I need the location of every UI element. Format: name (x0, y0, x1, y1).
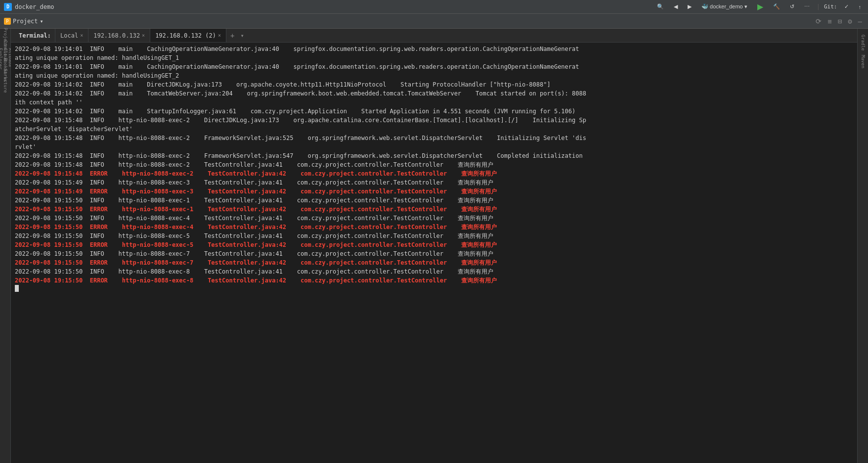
sync-icon[interactable]: ⟳ (814, 16, 824, 26)
project-name: docker_demo (710, 3, 743, 9)
log-line: 2022-09-08 19:15:48 ERROR http-nio-8088-… (15, 169, 853, 178)
project-text: Project (13, 18, 38, 25)
sidebar-item-structure[interactable]: Structure (1, 76, 10, 85)
log-line: ating unique operation named: handleUsin… (15, 53, 853, 62)
tab-local[interactable]: Local × (55, 29, 88, 42)
collapse-all-icon[interactable]: ≡ (825, 16, 833, 26)
git-update-btn[interactable]: ↑ (856, 3, 865, 11)
search-everywhere-btn[interactable]: 🔍 (654, 2, 667, 11)
add-tab-btn[interactable]: + (226, 32, 238, 40)
log-line: 2022-09-08 19:14:02 INFO main TomcatWebS… (15, 89, 853, 98)
more-actions-btn[interactable]: ⋯ (801, 2, 813, 11)
app-title: docker_demo (15, 3, 54, 10)
log-line: 2022-09-08 19:15:50 ERROR http-nio-8088-… (15, 205, 853, 214)
tab-192-2-label: 192.168.0.132 (2) (155, 32, 216, 39)
titlebar: D docker_demo 🔍 ◀ ▶ 🐳 docker_demo ▾ ▶ 🔨 … (0, 0, 868, 14)
right-sidebar-gradle[interactable]: Gradle (859, 33, 868, 53)
left-sidebar: Project Commit Alibaba Cloud Explorer Bo… (0, 29, 11, 463)
log-line: ating unique operation named: handleUsin… (15, 71, 853, 80)
log-line: 2022-09-08 19:14:02 INFO main StartupInf… (15, 107, 853, 116)
project-toolbar-icons: ⟳ ≡ ⊟ ⚙ — (814, 16, 864, 26)
tab-192-1-label: 192.168.0.132 (93, 32, 140, 39)
filter-icon[interactable]: ⊟ (836, 16, 844, 26)
tab-192-2-close-icon[interactable]: × (218, 33, 221, 38)
log-line: 2022-09-08 19:15:49 ERROR http-nio-8088-… (15, 187, 853, 196)
terminal-cursor (15, 285, 19, 292)
git-checkmark-btn[interactable]: ✓ (841, 2, 852, 11)
git-label: Git: (824, 3, 837, 10)
main-container: Project Commit Alibaba Cloud Explorer Bo… (0, 29, 868, 463)
log-line: 2022-09-08 19:15:50 INFO http-nio-8088-e… (15, 196, 853, 205)
tab-192-1[interactable]: 192.168.0.132 × (88, 29, 150, 42)
rerun-btn[interactable]: ↺ (787, 2, 797, 11)
log-line: 2022-09-08 19:15:50 INFO http-nio-8088-e… (15, 267, 853, 276)
right-sidebar-maven[interactable]: Maven (859, 53, 868, 70)
log-line: 2022-09-08 19:15:50 ERROR http-nio-8088-… (15, 258, 853, 267)
tab-192-1-close-icon[interactable]: × (142, 33, 145, 38)
log-line: 2022-09-08 19:14:01 INFO main CachingOpe… (15, 62, 853, 71)
log-line: 2022-09-08 19:14:02 INFO main DirectJDKL… (15, 80, 853, 89)
separator: | (817, 3, 820, 10)
project-dropdown-btn[interactable]: 🐳 docker_demo ▾ (698, 2, 750, 11)
log-line: 2022-09-08 19:15:50 ERROR http-nio-8088-… (15, 240, 853, 249)
log-line: 2022-09-08 19:15:50 INFO http-nio-8088-e… (15, 214, 853, 223)
log-line: atcherServlet 'dispatcherServlet' (15, 125, 853, 134)
terminal-label: Terminal: (15, 29, 55, 42)
terminal-area: Terminal: Local × 192.168.0.132 × 192.16… (11, 29, 857, 463)
build-btn[interactable]: 🔨 (770, 2, 783, 11)
log-line: 2022-09-08 19:15:48 INFO http-nio-8088-e… (15, 116, 853, 125)
log-line: 2022-09-08 19:15:50 INFO http-nio-8088-e… (15, 249, 853, 258)
docker-icon: 🐳 (701, 3, 708, 9)
project-folder-icon: P (4, 18, 11, 25)
project-label-group: P Project ▾ (4, 18, 43, 25)
log-line: 2022-09-08 19:15:48 INFO http-nio-8088-e… (15, 160, 853, 169)
chevron-down-icon: ▾ (744, 3, 747, 9)
titlebar-left: D docker_demo (4, 3, 54, 11)
close-panel-icon[interactable]: — (856, 16, 864, 26)
log-line: ith context path '' (15, 98, 853, 107)
run-btn[interactable]: ▶ (754, 1, 766, 12)
settings-icon[interactable]: ⚙ (846, 16, 854, 26)
terminal-tabs: Terminal: Local × 192.168.0.132 × 192.16… (11, 29, 857, 43)
right-sidebar: Gradle Maven (857, 29, 868, 463)
log-line: 2022-09-08 19:15:48 INFO http-nio-8088-e… (15, 151, 853, 160)
project-toolbar: P Project ▾ ⟳ ≡ ⊟ ⚙ — (0, 14, 868, 29)
log-line: 2022-09-08 19:15:50 INFO http-nio-8088-e… (15, 232, 853, 240)
navigate-forward-btn[interactable]: ▶ (685, 2, 694, 11)
tabs-chevron-icon[interactable]: ▾ (238, 32, 246, 39)
tab-local-label: Local (60, 32, 78, 39)
tab-192-2[interactable]: 192.168.0.132 (2) × (150, 29, 226, 42)
log-line: 2022-09-08 19:15:48 INFO http-nio-8088-e… (15, 134, 853, 142)
log-line: 2022-09-08 19:14:01 INFO main CachingOpe… (15, 45, 853, 53)
app-icon: D (4, 3, 12, 11)
titlebar-right: 🔍 ◀ ▶ 🐳 docker_demo ▾ ▶ 🔨 ↺ ⋯ | Git: ✓ ↑ (654, 1, 864, 12)
terminal-content[interactable]: 2022-09-08 19:14:01 INFO main CachingOpe… (11, 43, 857, 463)
navigate-back-btn[interactable]: ◀ (671, 2, 681, 11)
log-line: 2022-09-08 19:15:50 ERROR http-nio-8088-… (15, 223, 853, 232)
tab-local-close-icon[interactable]: × (80, 33, 83, 38)
log-line: 2022-09-08 19:15:49 INFO http-nio-8088-e… (15, 178, 853, 187)
project-chevron-icon[interactable]: ▾ (40, 18, 43, 25)
log-line: 2022-09-08 19:15:50 ERROR http-nio-8088-… (15, 276, 853, 285)
log-line: rvlet' (15, 142, 853, 151)
